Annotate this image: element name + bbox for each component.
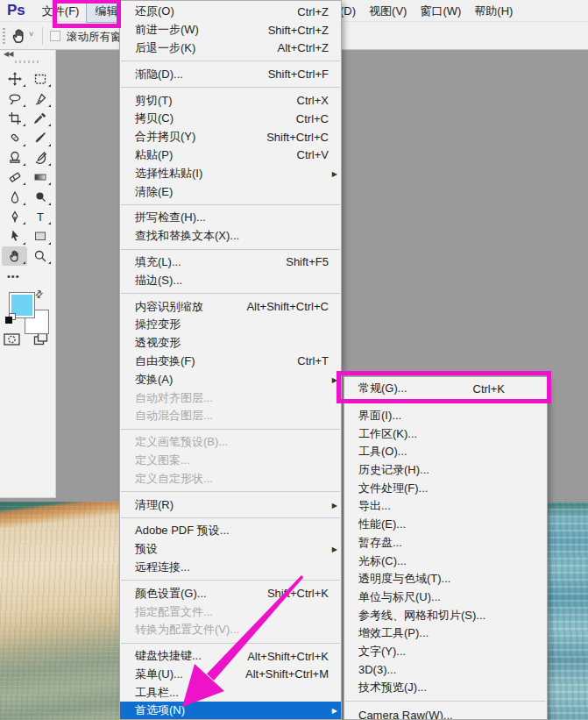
menu-item[interactable]: 自动对齐图层... ▶ xyxy=(120,389,341,407)
submenu-item[interactable]: 暂存盘... ▶ xyxy=(344,534,547,552)
submenu-item[interactable]: 工具(O)... ▶ xyxy=(344,443,547,461)
pen-tool[interactable] xyxy=(2,207,27,226)
menu-item[interactable]: 清理(R) ▶ xyxy=(120,495,341,514)
blur-tool[interactable] xyxy=(2,187,27,206)
submenu-item[interactable]: 历史记录(H)... ▶ xyxy=(344,461,547,480)
submenu-item[interactable]: 性能(E)... ▶ xyxy=(344,516,547,534)
menu-separator xyxy=(121,429,340,430)
submenu-item[interactable]: 界面(I)... ▶ xyxy=(344,407,547,425)
menubar-item-file[interactable]: 文件(F) xyxy=(34,0,88,22)
submenu-item[interactable]: Camera Raw(W)... ▶ xyxy=(344,706,547,720)
menu-item[interactable]: 清除(E) ▶ xyxy=(120,182,341,201)
healing-tool[interactable] xyxy=(2,128,27,147)
submenu-item-label: 界面(I)... xyxy=(358,408,401,424)
marquee-tool[interactable] xyxy=(27,69,53,89)
menu-item[interactable]: 预设 ▶ xyxy=(120,540,341,559)
menu-separator xyxy=(121,491,340,492)
move-tool[interactable] xyxy=(2,69,27,89)
menu-item[interactable]: 渐隐(D)... Shift+Ctrl+F ▶ xyxy=(120,65,341,83)
menu-item-shortcut: Ctrl+C xyxy=(296,112,329,125)
brush-tool[interactable] xyxy=(27,128,53,147)
submenu-item[interactable]: 3D(3)... ▶ xyxy=(344,660,547,679)
eyedropper-tool[interactable] xyxy=(27,109,53,128)
quick-select-tool[interactable] xyxy=(27,89,53,108)
more-tools[interactable]: ••• xyxy=(7,271,20,282)
menu-item-label: 合并拷贝(Y) xyxy=(135,129,195,145)
history-brush-tool[interactable] xyxy=(27,148,53,168)
type-tool[interactable]: T xyxy=(27,207,53,226)
menu-item[interactable]: 定义自定形状... ▶ xyxy=(120,469,341,488)
path-select-tool[interactable] xyxy=(2,226,27,246)
quick-mask-button[interactable] xyxy=(4,332,21,350)
canvas-image-right xyxy=(548,502,588,720)
stamp-tool[interactable] xyxy=(2,148,27,168)
menu-item[interactable]: 定义图案... ▶ xyxy=(120,452,341,470)
menu-item[interactable]: 颜色设置(G)... Shift+Ctrl+K ▶ xyxy=(120,584,341,602)
menu-item[interactable]: 定义画笔预设(B)... ▶ xyxy=(120,433,341,452)
menu-item[interactable]: 内容识别缩放 Alt+Shift+Ctrl+C ▶ xyxy=(120,297,341,316)
panel-gripper[interactable] xyxy=(15,61,41,63)
menubar-item[interactable]: 窗口(W) xyxy=(420,0,461,22)
submenu-item[interactable]: 技术预览(J)... ▶ xyxy=(344,679,547,697)
dodge-tool[interactable] xyxy=(27,187,53,206)
menu-item[interactable]: 变换(A) ▶ xyxy=(120,370,341,389)
scroll-all-windows-checkbox[interactable] xyxy=(50,31,60,41)
menu-item[interactable]: 菜单(U)... Alt+Shift+Ctrl+M ▶ xyxy=(120,666,341,684)
menu-item[interactable]: 拼写检查(H)... ▶ xyxy=(120,209,341,227)
menu-item[interactable]: 合并拷贝(Y) Shift+Ctrl+C ▶ xyxy=(120,128,341,146)
menubar-item[interactable]: (D) xyxy=(340,0,356,22)
submenu-item[interactable]: 文字(Y)... ▶ xyxy=(344,643,547,661)
menu-item[interactable]: 工具栏... ▶ xyxy=(120,683,341,702)
submenu-item-label: 参考线、网格和切片(S)... xyxy=(358,608,485,624)
menu-item[interactable]: 后退一步(K) Alt+Ctrl+Z ▶ xyxy=(120,39,341,58)
submenu-item[interactable]: 光标(C)... ▶ xyxy=(344,552,547,570)
submenu-item[interactable]: 工作区(K)... ▶ xyxy=(344,424,547,443)
submenu-item[interactable]: 单位与标尺(U)... ▶ xyxy=(344,588,547,607)
menu-item[interactable]: 转换为配置文件(V)... ▶ xyxy=(120,621,341,639)
menu-item[interactable]: 粘贴(P) Ctrl+V ▶ xyxy=(120,146,341,165)
eraser-tool[interactable] xyxy=(2,168,27,187)
menu-item-label: 指定配置文件... xyxy=(135,604,213,620)
menu-item[interactable]: 自由变换(F) Ctrl+T ▶ xyxy=(120,353,341,371)
menu-item[interactable]: 拷贝(C) Ctrl+C ▶ xyxy=(120,110,341,128)
menu-item-label: 清理(R) xyxy=(135,497,174,513)
menu-item-shortcut: Ctrl+X xyxy=(297,94,329,107)
menu-item[interactable]: 剪切(T) Ctrl+X ▶ xyxy=(120,91,341,110)
menu-item[interactable]: 操控变形 ▶ xyxy=(120,316,341,334)
submenu-item[interactable]: 参考线、网格和切片(S)... ▶ xyxy=(344,606,547,624)
screen-mode-button[interactable] xyxy=(33,332,49,350)
menu-item[interactable]: 指定配置文件... ▶ xyxy=(120,602,341,621)
zoom-tool[interactable] xyxy=(27,246,53,266)
menu-item-label: 清除(E) xyxy=(135,184,173,200)
crop-tool[interactable] xyxy=(2,109,27,128)
menu-item[interactable]: 首选项(N) ▶ xyxy=(120,702,341,720)
menu-item[interactable]: 查找和替换文本(X)... ▶ xyxy=(120,227,341,246)
collapse-panel-icon[interactable]: ◀◀ xyxy=(4,50,12,58)
submenu-item[interactable]: 透明度与色域(T)... ▶ xyxy=(344,570,547,588)
lasso-tool[interactable] xyxy=(2,89,27,108)
menu-item-label: 还原(O) xyxy=(135,4,174,19)
menu-item[interactable]: 透视变形 ▶ xyxy=(120,334,341,353)
gradient-tool[interactable] xyxy=(27,168,53,187)
chevron-down-icon[interactable]: ˅ xyxy=(29,30,33,39)
menu-item[interactable]: 键盘快捷键... Alt+Shift+Ctrl+K ▶ xyxy=(120,647,341,666)
menu-item[interactable]: 前进一步(W) Shift+Ctrl+Z ▶ xyxy=(120,21,341,39)
submenu-item[interactable]: 导出... ▶ xyxy=(344,497,547,516)
submenu-item[interactable]: 常规(G)... Ctrl+K ▶ xyxy=(344,380,547,398)
menu-item[interactable]: 选择性粘贴(I) ▶ xyxy=(120,164,341,182)
shape-tool[interactable] xyxy=(27,226,53,246)
options-bar-grip[interactable] xyxy=(3,28,5,44)
submenu-item[interactable]: 增效工具(P)... ▶ xyxy=(344,624,547,643)
tool-panel: ◀◀ T ••• ⇄ xyxy=(0,50,56,498)
menu-item[interactable]: Adobe PDF 预设... ▶ xyxy=(120,522,341,540)
menu-item[interactable]: 还原(O) Ctrl+Z ▶ xyxy=(120,3,341,21)
menu-item-shortcut: Ctrl+Z xyxy=(297,5,329,18)
submenu-item[interactable]: 文件处理(F)... ▶ xyxy=(344,479,547,497)
menu-item[interactable]: 描边(S)... ▶ xyxy=(120,271,341,289)
menu-item[interactable]: 自动混合图层... ▶ xyxy=(120,407,341,425)
menu-item[interactable]: 远程连接... ▶ xyxy=(120,559,341,577)
menu-item[interactable]: 填充(L)... Shift+F5 ▶ xyxy=(120,253,341,272)
menubar-item[interactable]: 帮助(H) xyxy=(474,0,513,22)
menubar-item[interactable]: 视图(V) xyxy=(369,0,407,22)
hand-tool[interactable] xyxy=(2,246,27,266)
